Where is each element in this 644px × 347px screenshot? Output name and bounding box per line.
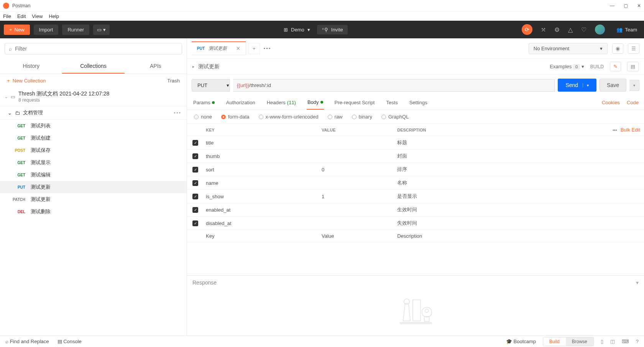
save-button[interactable]: Save: [600, 79, 626, 92]
pane-split-icon[interactable]: ◫: [610, 339, 615, 344]
cell-key[interactable]: name: [202, 176, 318, 190]
body-type-none[interactable]: none: [194, 114, 212, 120]
sidebar-tab-collections[interactable]: Collections: [62, 59, 124, 74]
edit-icon[interactable]: ✎: [610, 62, 621, 71]
subtab-headers[interactable]: Headers (11): [266, 96, 297, 109]
request-item[interactable]: GET测试编辑: [0, 169, 187, 181]
subtab-settings[interactable]: Settings: [409, 96, 428, 109]
checkbox[interactable]: ✓: [192, 194, 198, 199]
checkbox[interactable]: ✓: [192, 207, 198, 213]
table-row[interactable]: ✓ sort 0 排序: [187, 163, 644, 176]
avatar[interactable]: [595, 25, 605, 35]
find-replace-button[interactable]: ⌕ Find and Replace: [5, 339, 49, 344]
cell-desc[interactable]: 标题: [393, 136, 521, 150]
window-maximize-icon[interactable]: ▢: [624, 3, 628, 8]
sidebar-tab-history[interactable]: History: [0, 59, 62, 74]
body-type-graphql[interactable]: GraphQL: [381, 114, 409, 120]
settings-icon[interactable]: ⚙: [554, 26, 560, 33]
build-label[interactable]: BUILD: [590, 64, 604, 69]
comment-icon[interactable]: ▤: [627, 62, 639, 71]
capture-icon[interactable]: ⤱: [541, 26, 546, 33]
request-item[interactable]: DEL测试删除: [0, 206, 187, 218]
subtab-authorization[interactable]: Authorization: [225, 96, 256, 109]
add-tab-button[interactable]: +: [248, 43, 260, 54]
cell-value[interactable]: 0: [318, 163, 393, 176]
filter-input[interactable]: [15, 46, 178, 52]
trash-button[interactable]: Trash: [167, 78, 180, 84]
menu-help[interactable]: Help: [49, 13, 59, 19]
request-tab[interactable]: PUT 测试更新 ✕: [192, 41, 246, 55]
close-tab-icon[interactable]: ✕: [236, 46, 240, 51]
request-item[interactable]: PUT测试更新: [0, 181, 187, 193]
cell-key[interactable]: sort: [202, 163, 318, 176]
folder-item[interactable]: ⌄ 🗀 文档管理 •••: [0, 106, 187, 120]
checkbox[interactable]: ✓: [192, 180, 198, 186]
checkbox[interactable]: ✓: [192, 167, 198, 173]
cell-value[interactable]: [318, 150, 393, 163]
menu-edit[interactable]: Edit: [17, 13, 26, 19]
env-quicklook-icon[interactable]: ◉: [612, 43, 623, 54]
cell-value[interactable]: [318, 217, 393, 230]
window-close-icon[interactable]: ✕: [637, 3, 641, 8]
body-type-raw[interactable]: raw: [328, 114, 343, 120]
new-collection-button[interactable]: + New Collection: [7, 78, 46, 84]
request-item[interactable]: GET测试创建: [0, 132, 187, 144]
save-options-button[interactable]: ▾: [629, 80, 639, 91]
subtab-tests[interactable]: Tests: [385, 96, 398, 109]
cell-desc[interactable]: 排序: [393, 163, 521, 176]
cell-value[interactable]: [318, 203, 393, 217]
chevron-right-icon[interactable]: ▸: [192, 64, 194, 69]
placeholder-desc[interactable]: Description: [393, 230, 521, 242]
cell-key[interactable]: title: [202, 136, 318, 150]
menu-view[interactable]: View: [32, 13, 43, 19]
pane-single-icon[interactable]: ▯: [601, 339, 603, 344]
cell-desc[interactable]: 名称: [393, 176, 521, 190]
table-row[interactable]: ✓ disabled_at 失效时间: [187, 217, 644, 230]
table-row-new[interactable]: KeyValueDescription: [187, 230, 644, 242]
more-icon[interactable]: •••: [174, 110, 181, 116]
table-row[interactable]: ✓ title 标题: [187, 136, 644, 150]
table-row[interactable]: ✓ name 名称: [187, 176, 644, 190]
open-new-window-button[interactable]: ▭ ▾: [93, 25, 110, 35]
method-select[interactable]: PUT ▾: [192, 79, 230, 92]
menu-file[interactable]: File: [3, 13, 11, 19]
cookies-link[interactable]: Cookies: [602, 100, 620, 105]
send-button[interactable]: Send ▾: [558, 79, 596, 92]
runner-button[interactable]: Runner: [62, 25, 89, 35]
table-row[interactable]: ✓ is_show 1 是否显示: [187, 190, 644, 203]
build-mode-button[interactable]: Build: [543, 337, 566, 346]
placeholder-key[interactable]: Key: [202, 230, 318, 242]
import-button[interactable]: Import: [34, 25, 59, 35]
new-button[interactable]: +New: [4, 25, 30, 35]
checkbox[interactable]: ✓: [192, 153, 198, 159]
bulk-edit-link[interactable]: Bulk Edit: [621, 127, 640, 133]
workspace-selector[interactable]: ⊞ Demo ▾: [284, 27, 310, 33]
more-icon[interactable]: •••: [613, 128, 618, 132]
cell-value[interactable]: [318, 136, 393, 150]
request-item[interactable]: PATCH测试更新: [0, 193, 187, 206]
cell-desc[interactable]: 生效时间: [393, 203, 521, 217]
environment-selector[interactable]: No Environment ▾: [529, 43, 608, 54]
notifications-icon[interactable]: △: [568, 26, 573, 33]
code-link[interactable]: Code: [627, 100, 639, 105]
checkbox[interactable]: ✓: [192, 220, 198, 226]
body-type-xwww[interactable]: x-www-form-urlencoded: [259, 114, 319, 120]
tab-more-icon[interactable]: •••: [260, 43, 275, 54]
shortcuts-icon[interactable]: ⌨: [622, 339, 629, 344]
cell-desc[interactable]: 封面: [393, 150, 521, 163]
chevron-down-icon[interactable]: ▾: [583, 83, 589, 87]
body-type-binary[interactable]: binary: [352, 114, 372, 120]
cell-desc[interactable]: 失效时间: [393, 217, 521, 230]
subtab-body[interactable]: Body: [307, 95, 324, 110]
request-item[interactable]: GET测试显示: [0, 156, 187, 169]
checkbox[interactable]: ✓: [192, 140, 198, 146]
cell-key[interactable]: enabled_at: [202, 203, 318, 217]
placeholder-value[interactable]: Value: [318, 230, 393, 242]
cell-key[interactable]: thumb: [202, 150, 318, 163]
cell-value[interactable]: [318, 176, 393, 190]
chevron-down-icon[interactable]: ▾: [636, 280, 639, 286]
cell-key[interactable]: is_show: [202, 190, 318, 203]
collection-item[interactable]: ⌄ ▭ Thresh 测试文档 2021-04-22 12:07:28 8 re…: [0, 87, 187, 106]
sync-icon[interactable]: ⟳: [522, 24, 532, 35]
team-button[interactable]: 👥 Team: [613, 25, 640, 34]
